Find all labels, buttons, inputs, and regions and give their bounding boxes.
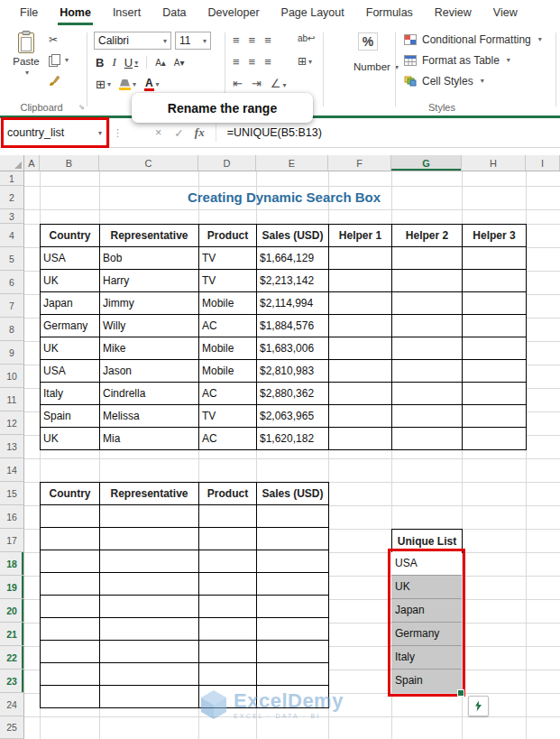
merge-center-button[interactable]: ⊞▾	[298, 55, 312, 68]
unique-list-item-germany[interactable]: Germany	[391, 623, 462, 646]
cell[interactable]: TV	[199, 247, 257, 270]
unique-list-item-usa[interactable]: USA	[391, 552, 462, 576]
cell[interactable]	[100, 641, 199, 663]
row-header-1[interactable]: 1	[0, 171, 24, 186]
worksheet-title[interactable]: Creating Dynamic Search Box	[72, 186, 496, 209]
row-header-9[interactable]: 9	[0, 341, 24, 365]
cell[interactable]: AC	[199, 315, 257, 337]
bold-button[interactable]: B	[96, 56, 104, 69]
increase-font-size-button[interactable]: A▴	[155, 58, 166, 68]
cell[interactable]	[100, 618, 199, 641]
copy-button[interactable]: ▾	[49, 51, 69, 69]
row-header-7[interactable]: 7	[0, 294, 24, 318]
cell[interactable]: $2,810,983	[257, 360, 329, 383]
cell[interactable]	[463, 270, 527, 292]
cell[interactable]: Jimmy	[100, 292, 199, 315]
column-header-H[interactable]: H	[462, 155, 526, 171]
orientation-button[interactable]: ∠▾	[271, 77, 287, 90]
cell[interactable]: Italy	[41, 383, 100, 405]
header-cell-product[interactable]: Product	[199, 483, 257, 505]
cell[interactable]	[392, 270, 463, 292]
fill-color-button[interactable]: ▾	[119, 79, 136, 90]
cell[interactable]	[199, 596, 257, 618]
cell[interactable]	[463, 360, 527, 383]
tab-file[interactable]: File	[9, 0, 49, 25]
cell[interactable]	[257, 618, 329, 641]
align-left-button[interactable]: ≡	[233, 55, 240, 69]
tab-developer[interactable]: Developer	[197, 0, 271, 25]
row-header-22[interactable]: 22	[0, 646, 24, 670]
header-cell-country[interactable]: Country	[41, 483, 100, 505]
cell[interactable]: Willy	[100, 315, 199, 337]
cell[interactable]: $1,683,006	[257, 337, 329, 360]
cell[interactable]	[100, 663, 199, 686]
cell[interactable]: Mia	[100, 428, 199, 450]
cell[interactable]	[257, 505, 329, 528]
fill-handle[interactable]	[457, 689, 464, 697]
cell[interactable]	[392, 405, 463, 428]
cell[interactable]: Mobile	[199, 360, 257, 383]
cell[interactable]: Mobile	[199, 337, 257, 360]
column-header-I[interactable]: I	[526, 155, 560, 171]
cell[interactable]	[392, 247, 463, 270]
cell[interactable]: USA	[41, 360, 100, 383]
cell[interactable]	[199, 618, 257, 641]
cell[interactable]	[463, 315, 527, 337]
cell[interactable]	[199, 528, 257, 550]
tab-data[interactable]: Data	[151, 0, 197, 25]
italic-button[interactable]: I	[112, 55, 115, 69]
cell[interactable]: USA	[41, 247, 100, 270]
cell[interactable]: $2,213,142	[257, 270, 329, 292]
tab-home[interactable]: Home	[49, 0, 102, 25]
cell[interactable]: Spain	[41, 405, 100, 428]
cell[interactable]	[41, 686, 100, 708]
cell[interactable]	[329, 247, 392, 270]
header-cell-sales-usd-[interactable]: Sales (USD)	[257, 225, 329, 247]
column-header-D[interactable]: D	[198, 155, 256, 171]
cell[interactable]: Jason	[100, 360, 199, 383]
cell[interactable]	[329, 428, 392, 450]
cell[interactable]	[329, 270, 392, 292]
increase-indent-button[interactable]: ⇥	[252, 77, 262, 90]
unique-list-header[interactable]: Unique List	[391, 529, 463, 553]
cell[interactable]: $2,114,994	[257, 292, 329, 315]
align-right-button[interactable]: ≡	[264, 55, 271, 69]
row-header-21[interactable]: 21	[0, 623, 24, 646]
cell[interactable]: $2,880,362	[257, 383, 329, 405]
decrease-font-size-button[interactable]: A▾	[174, 58, 185, 68]
cell[interactable]	[257, 663, 329, 686]
clipboard-dialog-launcher-icon[interactable]: ⇘	[78, 103, 85, 111]
cell[interactable]	[329, 315, 392, 337]
cell[interactable]	[100, 505, 199, 528]
row-header-20[interactable]: 20	[0, 599, 24, 623]
row-header-23[interactable]: 23	[0, 670, 24, 693]
conditional-formatting-button[interactable]: Conditional Formatting▾	[404, 31, 542, 48]
borders-button[interactable]: ⊞▾	[96, 78, 111, 91]
header-cell-helper-3[interactable]: Helper 3	[463, 225, 527, 247]
quick-analysis-button[interactable]	[468, 696, 489, 716]
column-header-C[interactable]: C	[99, 155, 198, 171]
cell[interactable]	[100, 550, 199, 573]
cell[interactable]	[41, 550, 100, 573]
cell[interactable]: AC	[199, 383, 257, 405]
cell[interactable]	[100, 573, 199, 596]
cell[interactable]: $1,664,129	[257, 247, 329, 270]
column-header-B[interactable]: B	[40, 155, 99, 171]
cell[interactable]	[100, 686, 199, 708]
cell[interactable]	[392, 292, 463, 315]
unique-list-item-uk[interactable]: UK	[391, 576, 462, 599]
row-header-14[interactable]: 14	[0, 458, 24, 482]
cell[interactable]	[392, 337, 463, 360]
row-header-2[interactable]: 2	[0, 186, 24, 209]
cell[interactable]	[463, 247, 527, 270]
cell[interactable]	[392, 383, 463, 405]
header-cell-helper-2[interactable]: Helper 2	[392, 225, 463, 247]
header-cell-helper-1[interactable]: Helper 1	[329, 225, 392, 247]
percent-style-button[interactable]: %	[358, 32, 378, 51]
row-header-10[interactable]: 10	[0, 365, 24, 388]
cancel-icon[interactable]: ×	[155, 126, 161, 139]
cell[interactable]: Mobile	[199, 292, 257, 315]
row-header-15[interactable]: 15	[0, 482, 24, 505]
cell[interactable]	[392, 315, 463, 337]
cell[interactable]: UK	[41, 428, 100, 450]
